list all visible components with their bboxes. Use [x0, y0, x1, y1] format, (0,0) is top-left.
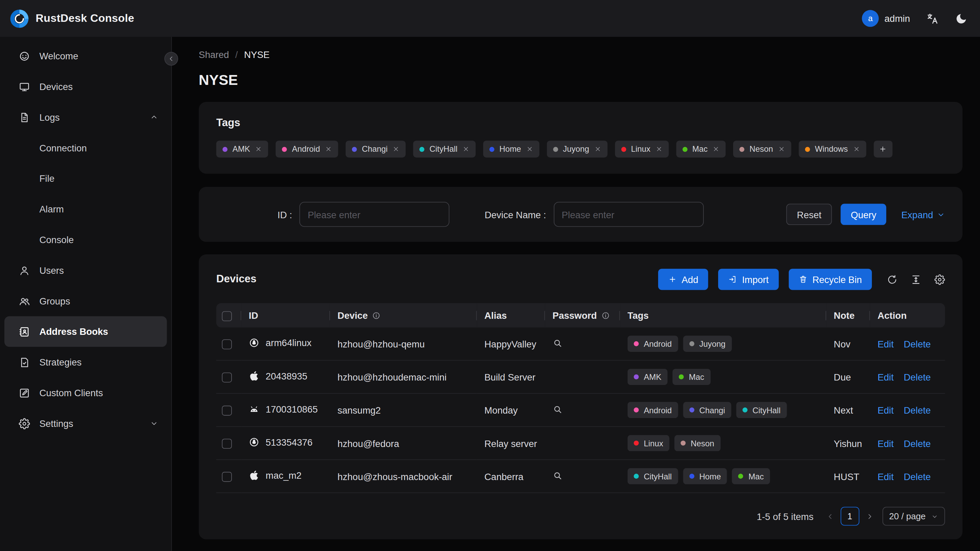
tags-card: Tags AMKAndroidChangiCityHallHomeJuyongL… — [199, 102, 963, 174]
edit-link[interactable]: Edit — [877, 372, 893, 382]
info-icon[interactable] — [601, 311, 610, 320]
devices-card-title: Devices — [216, 273, 256, 286]
linux-os-icon — [248, 437, 259, 447]
id-input[interactable] — [300, 202, 450, 227]
device-note: Nov — [826, 327, 870, 360]
tag-remove-icon[interactable] — [393, 146, 399, 153]
breadcrumb: Shared / NYSE — [199, 49, 963, 60]
user-menu[interactable]: a admin — [862, 10, 910, 27]
tag-remove-icon[interactable] — [255, 146, 262, 153]
edit-link[interactable]: Edit — [877, 405, 893, 415]
delete-link[interactable]: Delete — [904, 405, 931, 415]
row-checkbox[interactable] — [222, 472, 232, 482]
sidebar-item-address-books[interactable]: Address Books — [5, 316, 167, 347]
tag-chip: Android — [276, 140, 338, 157]
tag-color-dot — [223, 147, 228, 152]
sidebar-item-label: Groups — [39, 296, 70, 306]
delete-link[interactable]: Delete — [904, 471, 931, 481]
page-size-value: 20 / page — [889, 511, 926, 521]
sidebar-subitem-console[interactable]: Console — [5, 225, 167, 255]
refresh-icon[interactable] — [887, 274, 897, 285]
breadcrumb-parent[interactable]: Shared — [199, 49, 229, 60]
reset-button[interactable]: Reset — [786, 204, 832, 225]
devices-header: Devices Add Import Recycle Bin — [216, 269, 945, 290]
sidebar-item-users[interactable]: Users — [5, 255, 167, 286]
delete-link[interactable]: Delete — [904, 438, 931, 448]
tag-chip: Mac — [676, 140, 726, 157]
trash-icon — [799, 275, 807, 284]
sidebar-item-custom-clients[interactable]: Custom Clients — [5, 377, 167, 408]
tag-color-dot — [805, 147, 810, 152]
sidebar-item-label: Settings — [39, 418, 73, 428]
sidebar-item-devices[interactable]: Devices — [5, 71, 167, 102]
device-name-field-label: Device Name : — [485, 209, 546, 220]
sidebar-collapse-button[interactable] — [164, 52, 178, 65]
tag-remove-icon[interactable] — [713, 146, 719, 153]
view-password-icon[interactable] — [552, 338, 562, 348]
delete-link[interactable]: Delete — [904, 339, 931, 349]
tag-remove-icon[interactable] — [655, 146, 662, 153]
row-density-icon[interactable] — [911, 274, 921, 285]
language-translate-icon[interactable] — [926, 12, 939, 25]
column-label: Alias — [485, 310, 507, 320]
view-password-icon[interactable] — [552, 404, 562, 414]
edit-link[interactable]: Edit — [877, 339, 893, 349]
edit-square-icon — [19, 387, 30, 398]
tag-color-dot — [681, 441, 686, 446]
device-name-input[interactable] — [554, 202, 703, 227]
tag-remove-icon[interactable] — [778, 146, 785, 153]
table-settings-gear-icon[interactable] — [934, 274, 945, 285]
sidebar-item-groups[interactable]: Groups — [5, 286, 167, 317]
device-alias: Monday — [477, 394, 545, 427]
sidebar-nav: WelcomeDevicesLogsConnectionFileAlarmCon… — [0, 41, 171, 439]
select-all-checkbox[interactable] — [222, 311, 232, 321]
previous-page-icon[interactable] — [826, 512, 834, 520]
info-icon[interactable] — [372, 311, 381, 320]
device-id: arm64linux — [266, 338, 311, 348]
tag-remove-icon[interactable] — [594, 146, 601, 153]
add-device-button[interactable]: Add — [658, 269, 708, 290]
tag-color-dot — [689, 408, 694, 412]
row-checkbox[interactable] — [222, 339, 232, 349]
sidebar-subitem-file[interactable]: File — [5, 163, 167, 194]
tag-remove-icon[interactable] — [526, 146, 533, 153]
page-title: NYSE — [199, 72, 963, 89]
table-row: 513354376hzhou@fedoraRelay serverLinuxNe… — [216, 427, 945, 460]
next-page-icon[interactable] — [865, 512, 873, 520]
sidebar-item-strategies[interactable]: Strategies — [5, 347, 167, 377]
sidebar-item-label: Users — [39, 265, 64, 276]
tag-remove-icon[interactable] — [325, 146, 332, 153]
tag-label: Changi — [362, 144, 388, 153]
sidebar-item-welcome[interactable]: Welcome — [5, 41, 167, 71]
user-avatar[interactable]: a — [862, 10, 879, 27]
sidebar-item-label: Address Books — [39, 326, 108, 337]
breadcrumb-separator: / — [235, 49, 238, 60]
sidebar-item-settings[interactable]: Settings — [5, 408, 167, 439]
delete-link[interactable]: Delete — [904, 372, 931, 382]
query-button[interactable]: Query — [841, 204, 886, 225]
page-number-1[interactable]: 1 — [840, 507, 859, 526]
row-checkbox[interactable] — [222, 372, 232, 382]
sidebar-subitem-connection[interactable]: Connection — [5, 133, 167, 163]
table-row: mac_m2hzhou@zhous-macbook-airCanberraCit… — [216, 460, 945, 493]
expand-link[interactable]: Expand — [901, 209, 945, 220]
sidebar-subitem-alarm[interactable]: Alarm — [5, 194, 167, 225]
recycle-bin-button[interactable]: Recycle Bin — [789, 269, 872, 290]
row-checkbox[interactable] — [222, 439, 232, 449]
linux-os-icon — [248, 338, 259, 348]
page-size-select[interactable]: 20 / page — [882, 507, 945, 526]
import-button[interactable]: Import — [719, 269, 779, 290]
tag-color-dot — [634, 341, 639, 346]
add-tag-button[interactable] — [873, 140, 892, 157]
tag-chip: Mac — [732, 468, 770, 484]
edit-link[interactable]: Edit — [877, 471, 893, 481]
row-checkbox[interactable] — [222, 406, 232, 416]
theme-toggle-moon-icon[interactable] — [955, 12, 968, 25]
edit-link[interactable]: Edit — [877, 438, 893, 448]
sidebar-item-logs[interactable]: Logs — [5, 102, 167, 133]
sidebar-item-label: Logs — [39, 112, 60, 123]
chevron-left-icon — [167, 55, 175, 62]
tag-remove-icon[interactable] — [462, 146, 469, 153]
view-password-icon[interactable] — [552, 470, 562, 480]
tag-remove-icon[interactable] — [853, 146, 860, 153]
